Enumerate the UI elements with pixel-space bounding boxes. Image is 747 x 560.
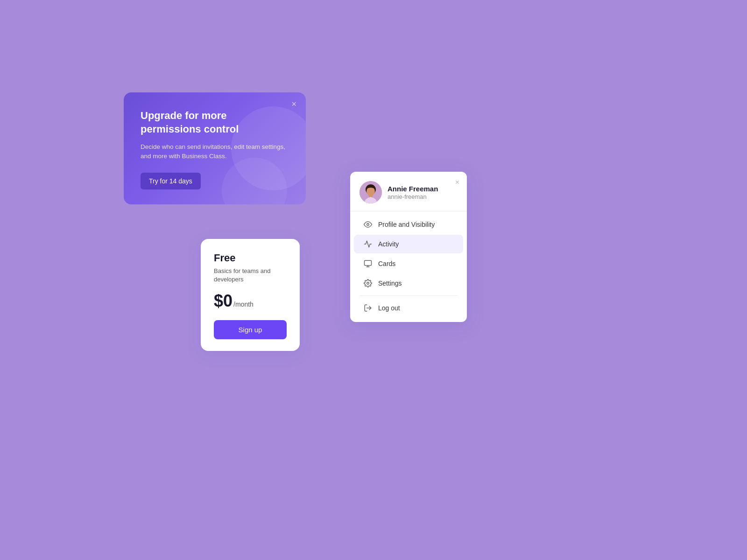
pricing-card: Free Basics for teams and developers $0 …: [201, 239, 300, 351]
profile-header: Annie Freeman annie-freeman ×: [350, 172, 467, 211]
try-button[interactable]: Try for 14 days: [141, 173, 201, 189]
cards-icon: [363, 259, 373, 268]
menu-item-activity[interactable]: Activity: [354, 235, 463, 253]
menu-label-cards: Cards: [378, 260, 395, 267]
menu-label-logout: Log out: [378, 304, 400, 312]
menu-label-settings: Settings: [378, 280, 402, 287]
menu-label-activity: Activity: [378, 240, 399, 248]
logout-icon: [363, 303, 373, 313]
profile-info: Annie Freeman annie-freeman: [388, 184, 438, 201]
price-period: /month: [233, 301, 254, 308]
upgrade-title: Upgrade for more permissions control: [141, 109, 289, 136]
profile-close-button[interactable]: ×: [455, 178, 459, 187]
upgrade-close-button[interactable]: ×: [291, 100, 296, 108]
plan-description: Basics for teams and developers: [214, 267, 287, 284]
activity-icon: [363, 239, 373, 249]
menu-item-cards[interactable]: Cards: [354, 254, 463, 273]
svg-rect-5: [365, 260, 372, 266]
signup-button[interactable]: Sign up: [214, 320, 287, 339]
profile-username: annie-freeman: [388, 193, 438, 200]
profile-name: Annie Freeman: [388, 184, 438, 194]
eye-icon: [363, 220, 373, 229]
menu-separator: [359, 295, 458, 296]
avatar: [359, 181, 382, 203]
svg-point-4: [367, 224, 369, 226]
menu-item-settings[interactable]: Settings: [354, 274, 463, 293]
menu-label-profile-visibility: Profile and Visibility: [378, 221, 435, 228]
plan-name: Free: [214, 252, 287, 264]
price-display: $0 /month: [214, 291, 287, 311]
menu-item-profile-visibility[interactable]: Profile and Visibility: [354, 215, 463, 234]
profile-dropdown: Annie Freeman annie-freeman × Profile an…: [350, 172, 467, 322]
upgrade-description: Decide who can send invitations, edit te…: [141, 142, 289, 161]
profile-menu: Profile and Visibility Activity Cards: [350, 211, 467, 317]
price-amount: $0: [214, 291, 233, 311]
menu-item-logout[interactable]: Log out: [354, 299, 463, 317]
svg-point-8: [367, 282, 369, 285]
settings-icon: [363, 279, 373, 288]
upgrade-card: × Upgrade for more permissions control D…: [124, 92, 306, 204]
